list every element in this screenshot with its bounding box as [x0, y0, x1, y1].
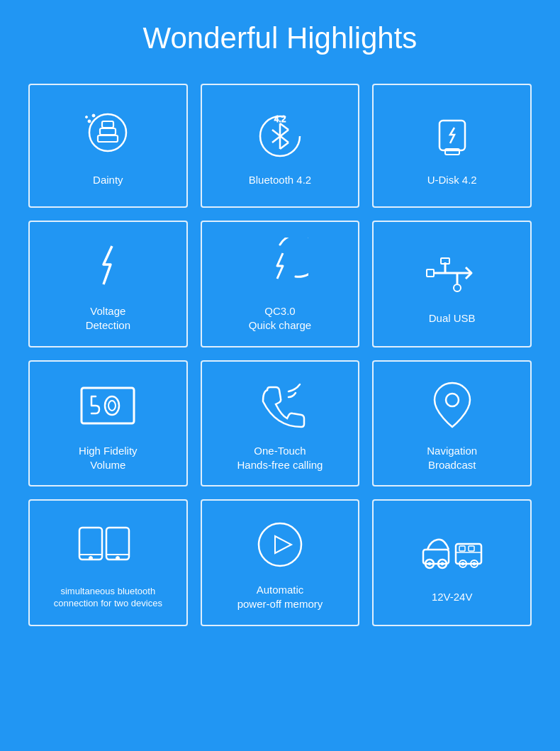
voltage-label: VoltageDetection — [86, 304, 130, 333]
svg-point-4 — [88, 120, 91, 123]
udisk-icon — [420, 106, 484, 163]
svg-point-28 — [89, 556, 93, 560]
svg-point-0 — [89, 114, 126, 151]
voltage-icon — [76, 238, 140, 294]
svg-point-23 — [105, 396, 119, 415]
features-grid: Dainty 4.2 Bluetooth 4.2 — [28, 84, 532, 626]
card-dainty: Dainty — [28, 84, 188, 208]
handsfree-label: One-TouchHands-free calling — [237, 444, 323, 473]
svg-rect-41 — [459, 546, 465, 551]
svg-point-38 — [441, 562, 444, 565]
navigation-label: NavigationBroadcast — [427, 444, 477, 473]
card-hifi: High FidelityVolume — [28, 360, 188, 487]
svg-point-44 — [461, 562, 464, 565]
card-voltage24: 12V-24V — [372, 499, 532, 626]
card-qc30: QC3.0Quick charge — [201, 221, 360, 347]
svg-rect-42 — [469, 546, 474, 551]
svg-marker-33 — [275, 536, 291, 553]
bluetooth-icon: 4.2 — [248, 106, 312, 163]
dainty-label: Dainty — [93, 173, 123, 187]
dualusb-label: Dual USB — [429, 311, 476, 326]
card-bluetooth: 4.2 Bluetooth 4.2 — [201, 84, 360, 208]
svg-point-25 — [446, 394, 459, 406]
svg-point-31 — [116, 556, 120, 560]
voltage24-label: 12V-24V — [432, 590, 473, 604]
simultaneous-label: simultaneous bluetoothconnection for two… — [54, 585, 162, 610]
card-voltage: VoltageDetection — [28, 221, 188, 347]
svg-point-5 — [92, 114, 95, 117]
poweroff-icon — [248, 516, 312, 573]
hifi-icon — [76, 377, 140, 434]
svg-line-12 — [280, 143, 289, 149]
card-simultaneous: simultaneous bluetoothconnection for two… — [28, 499, 188, 626]
svg-text:4.2: 4.2 — [274, 114, 286, 124]
voltage24-icon — [420, 523, 484, 580]
hifi-label: High FidelityVolume — [79, 444, 138, 473]
card-dualusb: Dual USB — [372, 221, 532, 347]
svg-rect-21 — [427, 269, 434, 277]
svg-rect-2 — [100, 128, 116, 135]
simultaneous-icon — [76, 518, 140, 575]
handsfree-icon — [248, 377, 312, 434]
udisk-label: U-Disk 4.2 — [427, 173, 477, 187]
dainty-icon — [76, 106, 140, 163]
bluetooth-label: Bluetooth 4.2 — [249, 173, 311, 187]
card-navigation: NavigationBroadcast — [372, 360, 532, 487]
navigation-icon — [420, 377, 484, 434]
card-handsfree: One-TouchHands-free calling — [201, 360, 360, 487]
svg-line-10 — [280, 123, 289, 130]
qc30-label: QC3.0Quick charge — [249, 304, 311, 333]
card-udisk: U-Disk 4.2 — [372, 84, 532, 208]
svg-rect-3 — [102, 121, 113, 128]
poweroff-label: Automaticpower-off memory — [237, 583, 323, 612]
qc30-icon — [248, 238, 312, 294]
card-poweroff: Automaticpower-off memory — [201, 499, 360, 626]
svg-point-32 — [259, 523, 301, 566]
dualusb-icon — [420, 245, 484, 301]
svg-rect-1 — [98, 135, 118, 142]
svg-point-6 — [86, 116, 88, 118]
svg-point-20 — [454, 284, 461, 291]
svg-rect-34 — [423, 550, 449, 564]
svg-point-36 — [428, 562, 431, 565]
svg-point-24 — [108, 401, 116, 411]
svg-point-46 — [473, 562, 476, 565]
page-title: Wonderful Highlights — [28, 21, 532, 55]
